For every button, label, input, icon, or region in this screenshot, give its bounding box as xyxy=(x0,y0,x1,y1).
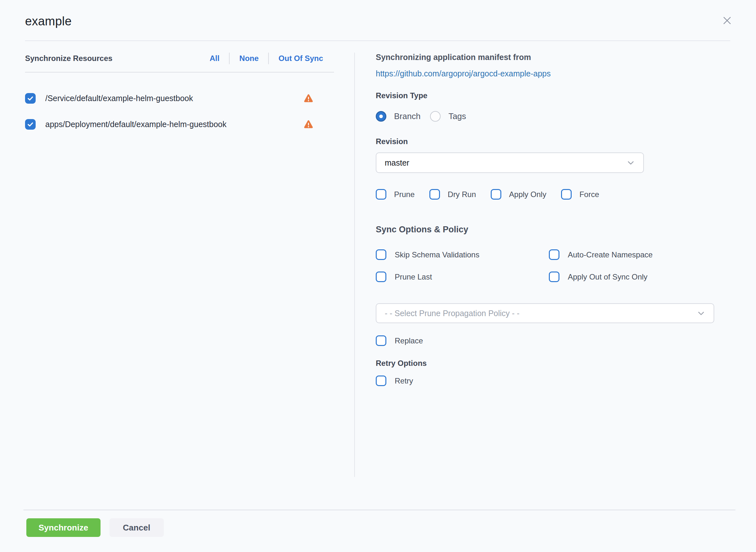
resource-checkbox[interactable] xyxy=(25,93,36,104)
radio-branch[interactable] xyxy=(376,111,386,122)
prune-last-checkbox[interactable] xyxy=(376,272,386,282)
cancel-button[interactable]: Cancel xyxy=(110,518,164,537)
option-skip-schema-validations[interactable]: Skip Schema Validations xyxy=(376,249,549,260)
sync-options-panel: Synchronizing application manifest from … xyxy=(376,53,730,386)
dry-run-label: Dry Run xyxy=(448,190,476,199)
resource-checkbox[interactable] xyxy=(25,119,36,130)
prune-checkbox[interactable] xyxy=(376,189,386,199)
resource-label: /Service/default/example-helm-guestbook xyxy=(45,94,193,103)
sync-options-policy-heading: Sync Options & Policy xyxy=(376,225,730,235)
resources-panel: Synchronize Resources All None Out Of Sy… xyxy=(25,53,334,130)
radio-tags-label: Tags xyxy=(448,111,466,121)
retry-label: Retry xyxy=(395,377,413,386)
skip-schema-validations-label: Skip Schema Validations xyxy=(395,250,479,259)
resource-filters: All None Out Of Sync xyxy=(210,53,334,64)
skip-schema-validations-checkbox[interactable] xyxy=(376,249,386,260)
sync-options-grid: Skip Schema Validations Auto-Create Name… xyxy=(376,249,730,282)
panel-footer: Synchronize Cancel xyxy=(23,510,736,552)
chevron-down-icon xyxy=(696,308,706,318)
retry-checkbox[interactable] xyxy=(376,376,386,386)
flag-prune[interactable]: Prune xyxy=(376,189,415,199)
apply-only-label: Apply Only xyxy=(509,190,546,199)
panel-body: Synchronize Resources All None Out Of Sy… xyxy=(0,41,756,510)
resources-header: Synchronize Resources All None Out Of Sy… xyxy=(25,53,334,73)
sync-panel: example Synchronize Resources All None O… xyxy=(0,0,756,552)
auto-create-namespace-label: Auto-Create Namespace xyxy=(568,250,653,259)
radio-option-tags[interactable]: Tags xyxy=(430,111,466,122)
dry-run-checkbox[interactable] xyxy=(429,189,440,199)
filter-divider xyxy=(268,53,269,64)
manifest-source-label: Synchronizing application manifest from xyxy=(376,53,730,62)
resource-row[interactable]: /Service/default/example-helm-guestbook xyxy=(25,93,334,104)
flag-dry-run[interactable]: Dry Run xyxy=(429,189,476,199)
replace-checkbox[interactable] xyxy=(376,335,386,346)
column-divider xyxy=(354,53,355,477)
revision-label: Revision xyxy=(376,137,730,146)
radio-branch-label: Branch xyxy=(394,111,420,121)
apply-out-of-sync-only-label: Apply Out of Sync Only xyxy=(568,272,647,281)
resource-list: /Service/default/example-helm-guestbook … xyxy=(25,93,334,130)
manifest-repo-link[interactable]: https://github.com/argoproj/argocd-examp… xyxy=(376,69,551,78)
force-label: Force xyxy=(579,190,599,199)
flag-apply-only[interactable]: Apply Only xyxy=(491,189,546,199)
prune-propagation-policy-select[interactable]: - - Select Prune Propagation Policy - - xyxy=(376,303,714,323)
revision-type-label: Revision Type xyxy=(376,91,730,100)
revision-select[interactable]: master xyxy=(376,152,644,173)
option-replace[interactable]: Replace xyxy=(376,335,730,346)
warning-icon xyxy=(304,93,313,103)
radio-option-branch[interactable]: Branch xyxy=(376,111,420,122)
option-apply-out-of-sync-only[interactable]: Apply Out of Sync Only xyxy=(549,272,730,282)
prune-propagation-policy-placeholder: - - Select Prune Propagation Policy - - xyxy=(385,309,520,318)
page-title: example xyxy=(25,12,72,30)
option-retry[interactable]: Retry xyxy=(376,376,730,386)
apply-only-checkbox[interactable] xyxy=(491,189,501,199)
sync-flags: Prune Dry Run Apply Only Force xyxy=(376,189,730,199)
radio-tags[interactable] xyxy=(430,111,441,122)
option-auto-create-namespace[interactable]: Auto-Create Namespace xyxy=(549,249,730,260)
force-checkbox[interactable] xyxy=(561,189,572,199)
synchronize-button[interactable]: Synchronize xyxy=(26,518,101,537)
resource-row[interactable]: apps/Deployment/default/example-helm-gue… xyxy=(25,119,334,130)
chevron-down-icon xyxy=(626,158,636,167)
resource-label: apps/Deployment/default/example-helm-gue… xyxy=(45,120,226,129)
warning-icon xyxy=(304,119,313,129)
revision-select-value: master xyxy=(385,158,409,167)
panel-header: example xyxy=(0,0,756,30)
apply-out-of-sync-only-checkbox[interactable] xyxy=(549,272,559,282)
close-icon[interactable] xyxy=(720,13,734,28)
checkmark-icon xyxy=(27,121,34,128)
filter-divider xyxy=(229,53,230,64)
flag-force[interactable]: Force xyxy=(561,189,599,199)
synchronize-resources-label: Synchronize Resources xyxy=(25,54,112,63)
option-prune-last[interactable]: Prune Last xyxy=(376,272,549,282)
checkmark-icon xyxy=(27,95,34,102)
retry-options-heading: Retry Options xyxy=(376,359,730,368)
auto-create-namespace-checkbox[interactable] xyxy=(549,249,559,260)
prune-last-label: Prune Last xyxy=(395,272,432,281)
revision-type-options: Branch Tags xyxy=(376,111,730,122)
filter-none[interactable]: None xyxy=(239,54,258,63)
filter-out-of-sync[interactable]: Out Of Sync xyxy=(279,54,323,63)
replace-label: Replace xyxy=(395,336,423,345)
filter-all[interactable]: All xyxy=(210,54,220,63)
prune-label: Prune xyxy=(394,190,415,199)
